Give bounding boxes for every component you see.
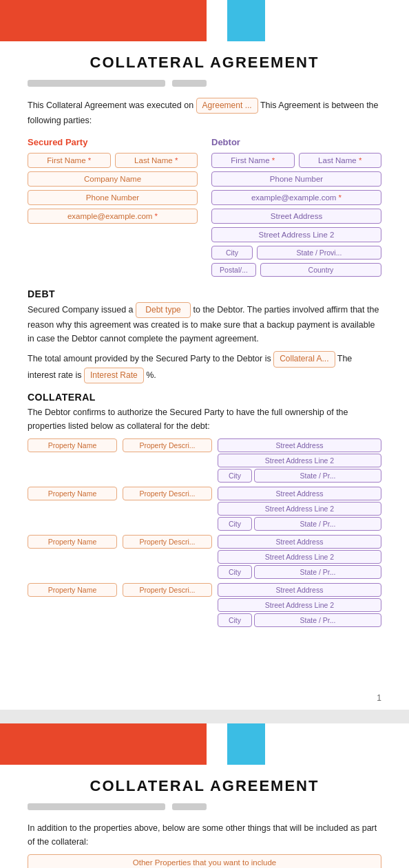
property-city-2[interactable]: City [218,517,252,531]
page2-content: In addition to the properties above, bel… [0,814,409,868]
subtitle-line-short-2 [172,803,207,810]
debtor-postal-field[interactable]: Postal/... [211,263,256,277]
debtor-phone-field[interactable]: Phone Number [211,171,381,187]
header-gap [207,0,227,41]
property-street-4[interactable]: Street Address [218,583,381,597]
property-desc-col-1: Property Descri... [123,438,212,452]
intro-text-1: This Collateral Agreement was executed o… [28,100,193,110]
debtor-phone-row: Phone Number [211,171,381,187]
property-row-2: Property Name Property Descri... Street … [28,487,381,531]
property-street2-4[interactable]: Street Address Line 2 [218,598,381,612]
debtor-city-field[interactable]: City [211,246,253,260]
property-name-3[interactable]: Property Name [28,535,117,549]
debtor-postal-country-row: Postal/... Country [211,263,381,277]
other-prop-1[interactable]: Other Properties that you want to includ… [28,854,381,868]
debt-paragraph-1: Secured Company issued a Debt type to th… [28,302,381,346]
property-name-col-1: Property Name [28,438,117,452]
header-blue-block-2 [227,723,265,765]
property-addr-col-2: Street Address Street Address Line 2 Cit… [218,487,381,531]
header-gap-2 [207,723,227,765]
debtor-country-field[interactable]: Country [260,263,381,277]
intro-paragraph: This Collateral Agreement was executed o… [28,98,381,127]
property-street2-2[interactable]: Street Address Line 2 [218,502,381,516]
property-name-1[interactable]: Property Name [28,438,117,452]
collateral-intro: The Debtor confirms to authorize the Sec… [28,405,381,433]
property-state-2[interactable]: State / Pr... [254,517,381,531]
secured-company-field[interactable]: Company Name [28,171,198,187]
property-street-2[interactable]: Street Address [218,487,381,500]
debtor-street-field[interactable]: Street Address [211,209,381,224]
property-street-3[interactable]: Street Address [218,535,381,549]
debtor-email-field[interactable]: example@example.com [211,190,381,205]
header-banner [0,0,409,41]
debtor-street2-row: Street Address Line 2 [211,227,381,242]
debt-paragraph-2: The total amount provided by the Secured… [28,351,381,383]
property-name-col-3: Property Name [28,535,117,549]
property-desc-2[interactable]: Property Descri... [123,487,212,500]
title-section-2: COLLATERAL AGREEMENT [0,765,409,799]
secured-company-row: Company Name [28,171,198,187]
debtor-first-name-field[interactable]: First Name [211,153,295,168]
property-city-4[interactable]: City [218,613,252,627]
property-name-col-2: Property Name [28,487,117,500]
property-street2-3[interactable]: Street Address Line 2 [218,550,381,564]
page-1: COLLATERAL AGREEMENT This Collateral Agr… [0,0,409,868]
property-city-state-3: City State / Pr... [218,565,381,579]
debtor-email-row: example@example.com [211,190,381,205]
debtor-title: Debtor [211,137,381,147]
secured-phone-row: Phone Number [28,190,198,205]
property-desc-3[interactable]: Property Descri... [123,535,212,549]
agreement-date-field[interactable]: Agreement ... [196,98,258,114]
debtor-street2-field[interactable]: Street Address Line 2 [211,227,381,242]
property-desc-col-3: Property Descri... [123,535,212,549]
debtor-city-state-row: City State / Provi... [211,246,381,260]
property-addr-col-3: Street Address Street Address Line 2 Cit… [218,535,381,579]
secured-party-title: Secured Party [28,137,198,147]
property-city-1[interactable]: City [218,469,252,483]
debt-section-title: DEBT [28,288,381,299]
debtor-name-row: First Name Last Name [211,153,381,168]
debt-type-field[interactable]: Debt type [136,302,191,318]
property-row-4: Property Name Property Descri... Street … [28,583,381,627]
page-title: COLLATERAL AGREEMENT [0,54,409,72]
debt-text-5: %. [146,370,156,380]
property-desc-col-2: Property Descri... [123,487,212,500]
parties-section: Secured Party First Name Last Name Compa… [28,137,381,280]
page1-content: This Collateral Agreement was executed o… [0,91,409,645]
debtor-state-field[interactable]: State / Provi... [257,246,381,260]
interest-rate-field[interactable]: Interest Rate [84,368,144,383]
property-row-3: Property Name Property Descri... Street … [28,535,381,579]
header-blue-block [227,0,265,41]
property-state-3[interactable]: State / Pr... [254,565,381,579]
property-addr-col-1: Street Address Street Address Line 2 Cit… [218,438,381,483]
property-state-1[interactable]: State / Pr... [254,469,381,483]
property-list: Property Name Property Descri... Street … [28,438,381,627]
property-desc-col-4: Property Descri... [123,583,212,597]
property-city-3[interactable]: City [218,565,252,579]
property-desc-1[interactable]: Property Descri... [123,438,212,452]
property-addr-col-4: Street Address Street Address Line 2 Cit… [218,583,381,627]
debtor-last-name-field[interactable]: Last Name [299,153,382,168]
secured-last-name-field[interactable]: Last Name [115,153,198,168]
property-street2-1[interactable]: Street Address Line 2 [218,454,381,467]
property-name-2[interactable]: Property Name [28,487,117,500]
property-state-4[interactable]: State / Pr... [254,613,381,627]
debtor-street-row: Street Address [211,209,381,224]
property-name-col-4: Property Name [28,583,117,597]
secured-phone-field[interactable]: Phone Number [28,190,198,205]
property-name-4[interactable]: Property Name [28,583,117,597]
secured-party-name-row: First Name Last Name [28,153,198,168]
property-city-state-4: City State / Pr... [218,613,381,627]
page-separator [0,710,409,723]
property-street-1[interactable]: Street Address [218,438,381,452]
collateral-amount-field[interactable]: Collateral A... [273,351,335,367]
header-red-block-2 [0,723,207,765]
subtitle-bar [0,76,409,91]
secured-email-field[interactable]: example@example.com [28,209,198,224]
page-title-2: COLLATERAL AGREEMENT [0,777,409,795]
collateral-section-title: COLLATERAL [28,392,381,403]
secured-email-row: example@example.com [28,209,198,224]
property-desc-4[interactable]: Property Descri... [123,583,212,597]
page2-intro: In addition to the properties above, bel… [28,821,381,849]
secured-first-name-field[interactable]: First Name [28,153,111,168]
